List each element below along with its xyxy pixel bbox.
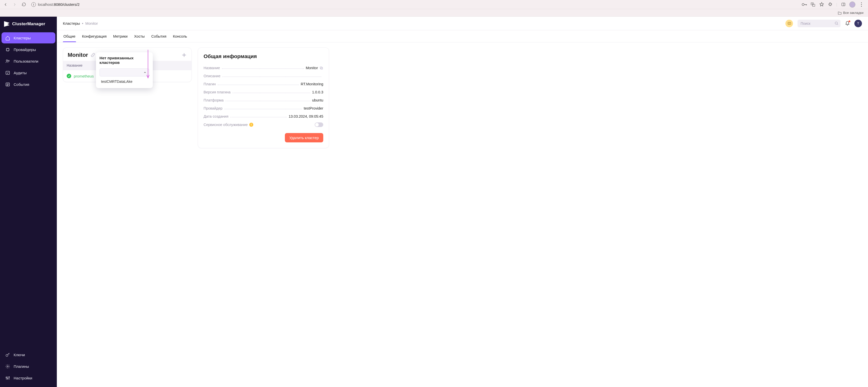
tab-hosts[interactable]: Хосты: [133, 31, 145, 42]
nav-forward-button[interactable]: [11, 1, 18, 8]
cluster-option[interactable]: testCMRTDataLAke: [99, 76, 149, 86]
profile-avatar-icon[interactable]: [849, 1, 856, 7]
breadcrumb-root[interactable]: Кластеры: [63, 21, 80, 26]
svg-rect-7: [6, 48, 9, 51]
sidebar-item-events[interactable]: События: [1, 79, 55, 90]
sidebar-item-label: Плагины: [13, 364, 29, 368]
topbar: Кластеры • Monitor T: [57, 17, 868, 30]
brand-logo-icon: [4, 21, 9, 27]
popover-title: Нет привязанных кластеров: [99, 56, 149, 65]
tab-console[interactable]: Консоль: [173, 31, 188, 42]
tab-config[interactable]: Конфигурация: [82, 31, 107, 42]
nav-back-button[interactable]: [2, 1, 9, 8]
general-info-card: Общая информация Название Monitor Описан…: [198, 47, 329, 148]
info-row-maintenance: Сервисное обслуживание !: [204, 121, 323, 129]
status-ok-icon: [67, 74, 71, 78]
breadcrumb-sep: •: [82, 21, 83, 26]
sidebar-item-label: Пользователи: [13, 59, 38, 63]
tab-metrics[interactable]: Метрики: [113, 31, 128, 42]
users-icon: [5, 59, 10, 64]
sidebar-item-label: Ключи: [13, 353, 25, 357]
main-content: Кластеры • Monitor T Общие: [57, 17, 868, 387]
info-row-name: Название Monitor: [204, 64, 323, 72]
browser-toolbar: i localhost:8080/clusters/2 |: [0, 0, 868, 9]
check-icon: [5, 70, 10, 75]
notifications-button[interactable]: [845, 21, 850, 26]
suggestions-button[interactable]: [785, 20, 793, 27]
user-avatar[interactable]: T: [855, 20, 862, 27]
url-text: localhost:8080/clusters/2: [38, 2, 80, 6]
brand[interactable]: ClusterManager: [0, 17, 57, 32]
delete-cluster-button[interactable]: Удалить кластер: [285, 133, 323, 142]
svg-point-16: [8, 377, 9, 377]
info-row-description: Описание: [204, 72, 323, 80]
extensions-icon[interactable]: [828, 2, 833, 7]
svg-point-6: [861, 6, 862, 6]
address-bar[interactable]: i localhost:8080/clusters/2: [29, 2, 800, 7]
sidebar-item-keys[interactable]: Ключи: [1, 349, 55, 360]
sidebar-item-providers[interactable]: Провайдеры: [1, 44, 55, 55]
tab-general[interactable]: Общие: [63, 31, 76, 42]
svg-rect-2: [813, 4, 815, 6]
svg-point-4: [861, 2, 862, 3]
service-name: prometheus: [74, 74, 94, 78]
chevron-up-icon: [144, 71, 147, 74]
linked-clusters-popover: Нет привязанных кластеров testCMRTDataLA…: [96, 52, 153, 88]
search-wrap: [798, 20, 840, 27]
home-icon: [5, 35, 10, 40]
notification-dot-icon: [848, 21, 850, 22]
sidebar-item-users[interactable]: Пользователи: [1, 56, 55, 67]
svg-point-8: [6, 60, 7, 61]
info-row-plugin: ПлагинRT.Monitoring: [204, 80, 323, 88]
svg-rect-20: [321, 67, 323, 69]
cluster-title: Monitor: [68, 52, 88, 58]
maintenance-toggle[interactable]: [315, 123, 323, 127]
site-info-icon[interactable]: i: [31, 2, 36, 7]
add-button[interactable]: [181, 52, 187, 58]
breadcrumb: Кластеры • Monitor: [63, 21, 98, 26]
sidebar-item-plugins[interactable]: Плагины: [1, 361, 55, 372]
tab-events[interactable]: События: [151, 31, 167, 42]
svg-point-15: [7, 378, 8, 379]
sidebar-item-label: Настройки: [13, 376, 32, 380]
password-icon[interactable]: [802, 2, 807, 7]
sidebar-item-label: Кластеры: [13, 36, 31, 40]
svg-point-14: [6, 377, 6, 378]
cluster-select[interactable]: [99, 68, 149, 76]
breadcrumb-current: Monitor: [85, 21, 98, 26]
nav-reload-button[interactable]: [20, 1, 27, 8]
chip-icon: [5, 47, 10, 52]
info-title: Общая информация: [204, 53, 323, 59]
tabs: Общие Конфигурация Метрики Хосты События…: [57, 30, 868, 42]
svg-point-18: [835, 22, 837, 24]
cluster-services-card: Monitor Название prometheus Нет: [63, 47, 192, 82]
svg-point-0: [802, 3, 804, 5]
info-row-plugin-version: Версия плагина1.0.0.3: [204, 88, 323, 96]
copy-icon[interactable]: [319, 66, 323, 70]
search-input[interactable]: [798, 20, 840, 27]
translate-icon[interactable]: [810, 2, 815, 7]
search-icon: [834, 21, 838, 25]
sidebar-item-settings[interactable]: Настройки: [1, 373, 55, 384]
svg-point-5: [861, 4, 862, 5]
sidebar-item-label: События: [13, 82, 29, 87]
side-panel-icon[interactable]: [841, 2, 846, 7]
sidebar-item-clusters[interactable]: Кластеры: [1, 32, 55, 43]
svg-point-12: [6, 354, 8, 356]
sidebar-item-label: Провайдеры: [13, 47, 36, 52]
bookmark-star-icon[interactable]: [819, 2, 824, 7]
menu-dots-icon[interactable]: [859, 2, 864, 7]
info-row-platform: Платформаubuntu: [204, 96, 323, 104]
svg-rect-3: [842, 3, 845, 6]
sidebar-item-audits[interactable]: Аудиты: [1, 67, 55, 78]
list-icon: [5, 82, 10, 87]
sliders-icon: [5, 376, 10, 381]
link-icon[interactable]: [91, 53, 95, 57]
svg-rect-17: [788, 22, 790, 25]
all-bookmarks-link[interactable]: Все закладки: [843, 11, 864, 14]
svg-rect-21: [320, 67, 322, 69]
sidebar: ClusterManager Кластеры Провайдеры Польз…: [0, 17, 57, 387]
warning-icon: !: [249, 123, 253, 127]
svg-rect-10: [6, 71, 9, 74]
svg-point-9: [8, 60, 9, 61]
